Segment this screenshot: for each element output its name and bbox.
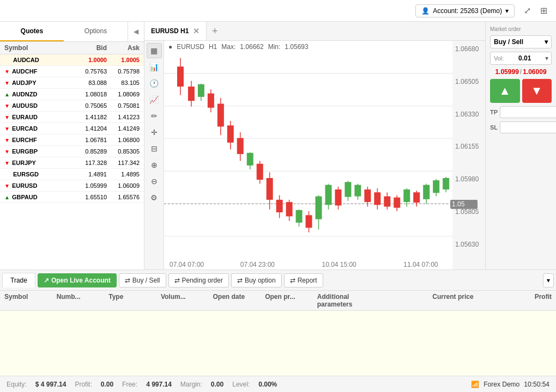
quote-row[interactable]: ▼ AUDUSD 0.75065 0.75081 [0, 100, 144, 112]
quote-symbol: ▼ AUDJPY [4, 79, 69, 86]
quote-row[interactable]: ▼ EURAUD 1.41182 1.41223 [0, 112, 144, 123]
multi-chart-tool[interactable]: ⊟ [147, 141, 162, 156]
header-symbol: Symbol [4, 44, 69, 52]
quote-bid: 1.65510 [69, 194, 107, 200]
quote-symbol: ▲ GBPAUD [4, 194, 69, 200]
quote-row[interactable]: ▲ AUDNZD 1.08018 1.08069 [0, 89, 144, 100]
buy-option-button[interactable]: ⇄ Buy option [231, 273, 282, 287]
svg-rect-12 [198, 84, 204, 97]
buy-button[interactable]: ▲ [490, 79, 520, 103]
quote-row[interactable]: ▼ EURCHF 1.06781 1.06800 [0, 134, 144, 146]
layout-icon[interactable]: ⊞ [537, 5, 549, 17]
level-label: Level: [232, 381, 250, 388]
more-options-button[interactable]: ▾ [543, 273, 554, 287]
sell-button[interactable]: ▼ [522, 79, 552, 103]
svg-rect-48 [374, 192, 380, 205]
vol-value: 0.01 [507, 54, 542, 62]
col-number: Numb... [57, 293, 109, 308]
area-chart-tool[interactable]: 📈 [147, 92, 162, 107]
candlestick-tool[interactable]: ▦ [147, 43, 162, 58]
svg-rect-18 [227, 125, 234, 143]
quote-row[interactable]: ▼ EURJPY 117.328 117.342 [0, 157, 144, 169]
quote-row[interactable]: ▼ AUDJPY 83.088 83.105 [0, 77, 144, 89]
quote-bid: 1.4891 [69, 171, 107, 177]
tp-input[interactable] [500, 106, 556, 118]
pending-order-button[interactable]: ⇄ Pending order [168, 273, 229, 287]
bar-chart-tool[interactable]: 📊 [147, 59, 162, 75]
quote-ask: 1.65576 [107, 194, 140, 200]
buy-option-icon: ⇄ [237, 277, 243, 284]
trade-toolbar: Trade ↗ Open Live Account ⇄ Buy / Sell ⇄… [0, 270, 556, 291]
chart-canvas: ● EURUSD H1 Max: 1.06662 Min: 1.05693 [164, 41, 485, 270]
svg-text:1.06505: 1.06505 [455, 77, 479, 85]
buy-sell-buttons: ▲ ▼ [490, 79, 552, 103]
tp-row: TP [490, 106, 552, 118]
order-type-select[interactable]: Buy / Sell ▾ [490, 35, 552, 48]
svg-text:1.06330: 1.06330 [455, 110, 479, 118]
open-live-account-button[interactable]: ↗ Open Live Account [38, 273, 117, 287]
quote-symbol: ▼ EURCAD [4, 125, 69, 132]
quote-symbol: ▼ EURCHF [4, 137, 69, 143]
quote-row[interactable]: EURSGD 1.4891 1.4895 [0, 169, 144, 180]
trade-tab[interactable]: Trade [2, 273, 35, 287]
account-selector[interactable]: 👤 Account: 25263 (Demo) ▾ [415, 4, 515, 17]
report-button[interactable]: ⇄ Report [284, 273, 323, 287]
sl-row: SL [490, 121, 552, 133]
quote-symbol: ▼ EURUSD [4, 182, 69, 189]
chart-tab-close[interactable]: ✕ [193, 27, 200, 35]
quote-ask: 1.4895 [107, 171, 140, 177]
popout-icon[interactable]: ⤢ [521, 5, 533, 17]
quote-row[interactable]: ▼ AUDCHF 0.75763 0.75798 [0, 66, 144, 77]
quote-symbol: AUDCAD [4, 57, 69, 63]
quotes-header: Symbol Bid Ask [0, 42, 144, 54]
quote-row[interactable]: ▼ EURUSD 1.05999 1.06009 [0, 180, 144, 192]
price-display: 1.05999 / 1.06009 [490, 68, 552, 76]
quote-row[interactable]: ▲ GBPAUD 1.65510 1.65576 [0, 192, 144, 203]
svg-rect-20 [237, 138, 244, 154]
zoom-in-tool[interactable]: ⊕ [147, 157, 162, 173]
quote-ask: 83.105 [107, 79, 140, 86]
order-type-header: Market order [490, 26, 552, 32]
chart-symbol: EURUSD [177, 43, 204, 51]
trend-arrow-down: ▼ [4, 114, 10, 120]
pen-tool[interactable]: ✏ [147, 108, 162, 124]
tp-label: TP [490, 109, 498, 115]
tab-quotes[interactable]: Quotes [0, 22, 64, 41]
quote-symbol: ▼ EURAUD [4, 114, 69, 120]
footer: Equity: $ 4 997.14 Profit: 0.00 Free: 4 … [0, 376, 556, 392]
trend-arrow-down: ▼ [4, 103, 10, 109]
vol-arrow[interactable]: ▾ [542, 52, 551, 64]
collapse-left-panel[interactable]: ◀ [128, 22, 144, 41]
settings-tool[interactable]: ⚙ [147, 190, 162, 205]
chart-tab-eurusd[interactable]: EURUSD H1 ✕ [144, 22, 207, 40]
svg-rect-46 [364, 189, 371, 202]
clock-tool[interactable]: 🕐 [147, 76, 162, 91]
svg-text:07.04 07:00: 07.04 07:00 [170, 260, 204, 268]
chart-add-tab[interactable]: + [207, 26, 223, 37]
sl-input[interactable] [500, 121, 556, 133]
svg-rect-42 [345, 182, 351, 197]
tab-options[interactable]: Options [64, 22, 128, 41]
chart-tab-label: EURUSD H1 [151, 27, 189, 35]
svg-rect-22 [247, 153, 253, 166]
quote-bid: 117.328 [69, 160, 107, 166]
chart-toolbar: ▦ 📊 🕐 📈 ✏ ✛ ⊟ ⊕ ⊖ ⚙ [144, 41, 164, 270]
quote-bid: 0.75065 [69, 102, 107, 109]
chart-svg: 1.06680 1.06505 1.06330 1.06155 1.05980 … [164, 41, 485, 270]
svg-rect-50 [384, 197, 390, 207]
quote-row[interactable]: ▼ EURGBP 0.85289 0.85305 [0, 146, 144, 157]
svg-text:10.04 15:00: 10.04 15:00 [322, 260, 356, 268]
quote-symbol: ▼ AUDUSD [4, 102, 69, 109]
toolbar-right: ▾ [543, 273, 554, 287]
zoom-out-tool[interactable]: ⊖ [147, 174, 162, 189]
pending-order-icon: ⇄ [174, 277, 180, 284]
col-volume: Volum... [161, 293, 213, 308]
quote-row[interactable]: AUDCAD 1.0000 1.0005 [0, 54, 144, 66]
svg-rect-62 [443, 178, 449, 189]
quote-ask: 1.06800 [107, 137, 140, 143]
crosshair-tool[interactable]: ✛ [147, 125, 162, 140]
svg-rect-44 [354, 185, 361, 197]
user-icon: 👤 [421, 7, 430, 15]
quote-row[interactable]: ▼ EURCAD 1.41204 1.41249 [0, 123, 144, 134]
buy-sell-button[interactable]: ⇄ Buy / Sell [119, 273, 166, 287]
